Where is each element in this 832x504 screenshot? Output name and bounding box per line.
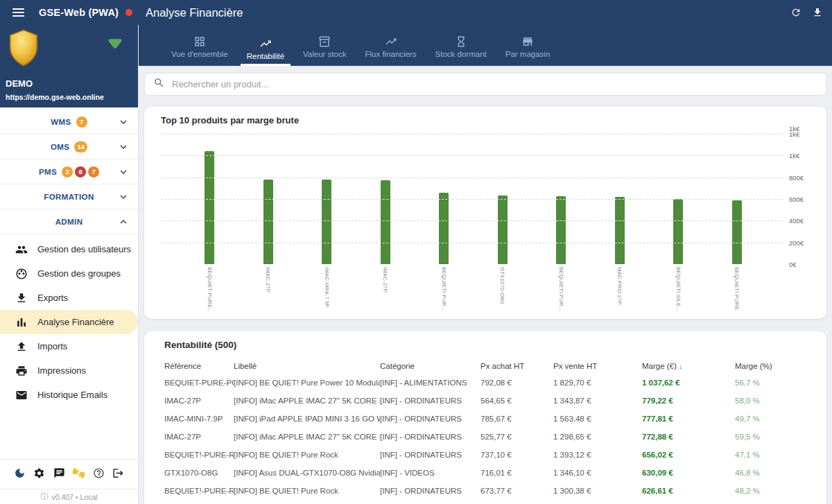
column-header-cat-gorie[interactable]: Catégorie [380, 362, 480, 370]
cell-px-vente: 1 300,38 € [553, 487, 642, 495]
help-button[interactable] [93, 467, 105, 482]
count-badge: 2 [62, 166, 73, 177]
chart-bar-slot [297, 128, 356, 264]
cell-libelle: [INFO] BE QUIET! Pure Rock [234, 451, 380, 459]
cell-px-vente: 1 298,65 € [553, 433, 642, 441]
sidebar-item-imports[interactable]: Imports [0, 334, 138, 358]
table-title: Rentabilité (500) [164, 340, 810, 350]
cell-marge-eur: 630,09 € [642, 469, 735, 477]
chart-bar-slot [415, 128, 474, 264]
cell-libelle: [INFO] BE QUIET! Pure Rock [234, 487, 380, 495]
logout-button[interactable] [112, 467, 124, 482]
table-header-row: RéférenceLibelléCatégoriePx achat HTPx v… [164, 358, 810, 374]
cell-reference: GTX1070-O8G [164, 469, 234, 477]
column-header-marge[interactable]: Marge (%) [735, 362, 810, 370]
download-icon [812, 7, 823, 18]
search-input[interactable] [172, 79, 817, 89]
sidebar-item-exports[interactable]: Exports [0, 286, 138, 310]
sidebar-section-formation[interactable]: FORMATION [0, 184, 138, 209]
sidebar-section-oms[interactable]: OMS14 [0, 134, 138, 159]
sidebar-item-label: Exports [37, 293, 68, 303]
hamburger-menu-icon[interactable] [12, 8, 24, 17]
column-header-marge[interactable]: Marge (€)↓ [642, 362, 735, 370]
chart-bar-slot [649, 128, 708, 264]
tenant-url: https://demo.gse-web.online [6, 93, 104, 101]
sidebar-item-historique-emails[interactable]: Historique Emails [0, 383, 138, 407]
cell-categorie: [INF] - ORDINATEURS [380, 415, 480, 423]
cell-px-achat: 673,77 € [480, 487, 553, 495]
chevron-down-icon [117, 116, 130, 131]
moon-button[interactable] [14, 467, 26, 482]
table-row[interactable]: IMAC-MINI-7.9P[INFO] iPad APPLE IPAD MIN… [164, 410, 810, 428]
sidebar-item-gestion-des-groupes[interactable]: Gestion des groupes [0, 261, 138, 286]
cell-libelle: [INFO] Asus DUAL-GTX1070-O8G Nvidia GeFo… [234, 469, 380, 477]
sidebar-section-admin[interactable]: ADMIN [0, 209, 138, 234]
x-axis-tick-label: IMAC-MINI-7.9P [297, 267, 356, 311]
cell-px-achat: 525,77 € [480, 433, 553, 441]
column-header-libell[interactable]: Libellé [234, 362, 380, 370]
column-header-label: Catégorie [380, 362, 415, 370]
column-header-r-f-rence[interactable]: Référence [164, 362, 234, 370]
sidebar-item-gestion-des-utilisateurs[interactable]: Gestion des utilisateurs [0, 237, 138, 261]
column-header-px-vente-ht[interactable]: Px vente HT [553, 362, 642, 370]
tab-flux-financiers[interactable]: Flux financiers [358, 35, 422, 66]
cell-px-achat: 737,10 € [480, 451, 553, 459]
table-row[interactable]: IMAC-27P[INFO] iMac APPLE IMAC 27" 5K CO… [164, 428, 810, 446]
x-axis-tick-label: IMAC-27P [356, 267, 415, 311]
sidebar-sections: WMS7OMS14PMS267FORMATIONADMIN [0, 110, 138, 234]
refresh-button[interactable] [790, 7, 801, 18]
download-button[interactable] [812, 7, 823, 18]
table-body: BEQUIET-PURE-POWER-...[INFO] BE QUIET! P… [164, 374, 810, 500]
cell-marge-pct: 47,1 % [735, 451, 810, 459]
cell-reference: IMAC-MINI-7.9P [164, 415, 234, 423]
chat-button[interactable] [53, 467, 65, 482]
cell-marge-pct: 58,0 % [735, 397, 810, 405]
gear-button[interactable] [33, 467, 45, 482]
trending-up-icon [385, 35, 397, 48]
x-axis-tick-label: BEQUIET!-PUR... [532, 267, 591, 311]
sidebar-item-label: Analyse Financière [37, 317, 114, 327]
table-row[interactable]: IMAC-27P[INFO] iMac APPLE IMAC 27" 5K CO… [164, 392, 810, 410]
table-row[interactable]: BEQUIET!-PURE-ROCK[INFO] BE QUIET! Pure … [164, 446, 810, 464]
sidebar-section-pms[interactable]: PMS267 [0, 159, 138, 184]
cell-categorie: [INF] - ORDINATEURS [380, 433, 480, 441]
chevron-up-icon [117, 216, 130, 228]
count-badge: 7 [76, 116, 87, 128]
tab-rentabilit[interactable]: Rentabilité [241, 37, 291, 66]
table-row[interactable]: BEQUIET-PURE-POWER-...[INFO] BE QUIET! P… [164, 374, 810, 392]
chevron-down-icon [117, 166, 130, 181]
cell-px-vente: 1 343,87 € [553, 397, 642, 405]
version-label: v0.407 • Local [51, 493, 97, 501]
status-dot [125, 9, 132, 16]
sidebar-item-analyse-financi-re[interactable]: Analyse Financière [0, 310, 138, 334]
table-row[interactable]: BEQUIET!-PURE-ROCK[INFO] BE QUIET! Pure … [164, 482, 810, 500]
column-header-px-achat-ht[interactable]: Px achat HT [480, 362, 553, 370]
tab-label: Rentabilité [247, 52, 284, 60]
chart-bar-slot [356, 128, 415, 264]
x-axis-tick-label: BEQUIET-PURE... [180, 267, 239, 311]
chart-bar [322, 180, 331, 264]
tab-par-magasin[interactable]: Par magasin [499, 35, 557, 66]
feedback-button[interactable] [73, 467, 85, 482]
app-window: GSE-Web (PWA) Analyse Financière [0, 0, 832, 504]
chart-bar [263, 180, 273, 264]
export-download-icon [15, 292, 28, 304]
count-badge: 7 [88, 166, 99, 177]
sidebar: DEMO https://demo.gse-web.online WMS7OMS… [0, 25, 139, 504]
cell-px-achat: 564,65 € [480, 397, 553, 405]
topbar-actions [790, 7, 832, 18]
tab-vue-d-ensemble[interactable]: Vue d'ensemble [165, 35, 234, 66]
tab-stock-dormant[interactable]: Stock dormant [429, 35, 493, 66]
x-axis-tick-label: MAC-PRO-27P [591, 267, 650, 311]
sidebar-item-impressions[interactable]: Impressions [0, 358, 138, 383]
sidebar-admin-items: Gestion des utilisateursGestion des grou… [0, 237, 138, 407]
mail-icon [15, 389, 28, 401]
table-row[interactable]: GTX1070-O8G[INFO] Asus DUAL-GTX1070-O8G … [164, 464, 810, 482]
tab-valeur-stock[interactable]: Valeur stock [297, 35, 352, 66]
sidebar-section-wms[interactable]: WMS7 [0, 110, 138, 134]
tab-bar: Vue d'ensembleRentabilitéValeur stockFlu… [139, 25, 832, 66]
store-icon [521, 35, 534, 48]
column-header-label: Marge (€) [642, 362, 677, 370]
cell-px-achat: 785,67 € [480, 415, 553, 423]
chart-xlabels: BEQUIET-PURE...IMAC-27PIMAC-MINI-7.9PIMA… [180, 267, 766, 311]
